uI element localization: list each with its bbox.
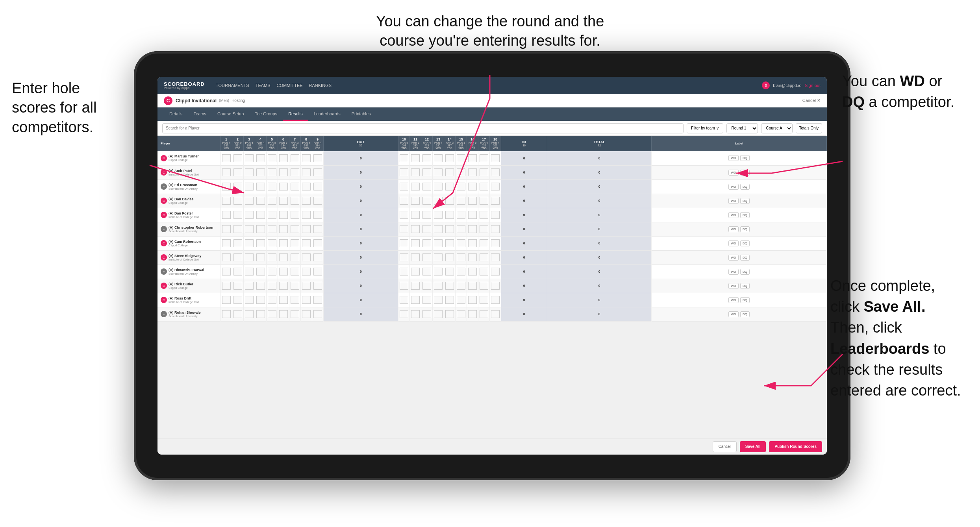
hole-14-input[interactable]	[445, 211, 454, 219]
hole-16-score[interactable]	[467, 250, 478, 264]
hole-15-score[interactable]	[455, 279, 467, 293]
hole-3-input[interactable]	[245, 197, 254, 205]
hole-11-score[interactable]	[409, 307, 421, 321]
hole-16-input[interactable]	[468, 253, 477, 261]
hole-6-score[interactable]	[278, 194, 289, 208]
hole-4-score[interactable]	[255, 222, 266, 236]
hole-9-input[interactable]	[313, 154, 322, 162]
hole-8-score[interactable]	[300, 279, 312, 293]
hole-9-input[interactable]	[313, 268, 322, 276]
hole-6-input[interactable]	[279, 268, 288, 276]
dq-button[interactable]: DQ	[740, 297, 750, 303]
filter-team-button[interactable]: Filter by team ∨	[687, 123, 723, 133]
hole-13-input[interactable]	[434, 239, 443, 247]
hole-4-input[interactable]	[256, 296, 265, 304]
tab-leaderboards[interactable]: Leaderboards	[308, 107, 346, 121]
hole-18-input[interactable]	[491, 296, 500, 304]
hole-16-score[interactable]	[467, 264, 478, 279]
hole-7-input[interactable]	[291, 253, 299, 261]
hole-6-score[interactable]	[278, 165, 289, 179]
hole-1-score[interactable]	[220, 293, 232, 307]
hole-7-score[interactable]	[289, 250, 300, 264]
hole-11-score[interactable]	[409, 222, 421, 236]
hole-13-score[interactable]	[432, 165, 444, 179]
hole-9-input[interactable]	[313, 197, 322, 205]
hole-15-input[interactable]	[457, 211, 465, 219]
hole-7-score[interactable]	[289, 293, 300, 307]
hole-1-input[interactable]	[222, 197, 231, 205]
hole-11-score[interactable]	[409, 293, 421, 307]
hole-12-input[interactable]	[422, 183, 431, 190]
hole-14-score[interactable]	[444, 151, 455, 165]
tab-tee-groups[interactable]: Tee Groups	[249, 107, 283, 121]
hole-13-input[interactable]	[434, 268, 443, 276]
hole-17-input[interactable]	[480, 239, 488, 247]
hole-8-score[interactable]	[300, 264, 312, 279]
hole-12-score[interactable]	[421, 264, 432, 279]
hole-5-score[interactable]	[266, 307, 278, 321]
hole-14-input[interactable]	[445, 282, 454, 290]
hole-14-input[interactable]	[445, 197, 454, 205]
hole-15-score[interactable]	[455, 194, 467, 208]
hole-4-score[interactable]	[255, 194, 266, 208]
hole-2-score[interactable]	[232, 222, 243, 236]
hole-9-input[interactable]	[313, 225, 322, 233]
hole-9-score[interactable]	[312, 307, 323, 321]
dq-button[interactable]: DQ	[740, 155, 750, 161]
hole-9-score[interactable]	[312, 279, 323, 293]
hole-5-input[interactable]	[268, 225, 276, 233]
hole-5-score[interactable]	[266, 165, 278, 179]
hole-4-score[interactable]	[255, 208, 266, 222]
hole-12-input[interactable]	[422, 154, 431, 162]
hole-5-score[interactable]	[266, 151, 278, 165]
hole-10-score[interactable]	[398, 293, 409, 307]
hole-14-input[interactable]	[445, 154, 454, 162]
hole-15-input[interactable]	[457, 225, 465, 233]
hole-13-input[interactable]	[434, 154, 443, 162]
hole-18-input[interactable]	[491, 310, 500, 318]
hole-7-input[interactable]	[291, 268, 299, 276]
hole-13-score[interactable]	[432, 179, 444, 194]
hole-16-input[interactable]	[468, 296, 477, 304]
hole-5-input[interactable]	[268, 197, 276, 205]
hole-3-score[interactable]	[243, 279, 255, 293]
hole-16-score[interactable]	[467, 307, 478, 321]
dq-button[interactable]: DQ	[740, 240, 750, 246]
hole-11-score[interactable]	[409, 208, 421, 222]
hole-10-input[interactable]	[400, 154, 408, 162]
hole-18-score[interactable]	[489, 179, 501, 194]
hole-13-input[interactable]	[434, 282, 443, 290]
hole-13-input[interactable]	[434, 225, 443, 233]
hole-15-score[interactable]	[455, 250, 467, 264]
hole-10-score[interactable]	[398, 179, 409, 194]
hole-18-input[interactable]	[491, 282, 500, 290]
hole-5-score[interactable]	[266, 264, 278, 279]
hole-13-score[interactable]	[432, 264, 444, 279]
hole-4-score[interactable]	[255, 236, 266, 250]
hole-1-score[interactable]	[220, 236, 232, 250]
hole-8-score[interactable]	[300, 151, 312, 165]
hole-12-input[interactable]	[422, 211, 431, 219]
hole-16-input[interactable]	[468, 310, 477, 318]
hole-17-score[interactable]	[478, 264, 489, 279]
hole-2-score[interactable]	[232, 194, 243, 208]
hole-13-score[interactable]	[432, 236, 444, 250]
hole-18-input[interactable]	[491, 268, 500, 276]
hole-8-input[interactable]	[302, 225, 311, 233]
hole-17-score[interactable]	[478, 236, 489, 250]
hole-12-score[interactable]	[421, 194, 432, 208]
hole-17-input[interactable]	[480, 183, 488, 190]
hole-1-score[interactable]	[220, 165, 232, 179]
hole-11-score[interactable]	[409, 279, 421, 293]
hole-4-score[interactable]	[255, 293, 266, 307]
hole-2-score[interactable]	[232, 165, 243, 179]
hole-4-input[interactable]	[256, 168, 265, 176]
hole-2-input[interactable]	[233, 282, 242, 290]
hole-7-score[interactable]	[289, 194, 300, 208]
hole-3-score[interactable]	[243, 236, 255, 250]
hole-7-input[interactable]	[291, 239, 299, 247]
wd-button[interactable]: WD	[728, 283, 738, 289]
hole-15-score[interactable]	[455, 222, 467, 236]
hole-4-input[interactable]	[256, 183, 265, 190]
course-selector[interactable]: Course A Course B	[761, 123, 793, 133]
